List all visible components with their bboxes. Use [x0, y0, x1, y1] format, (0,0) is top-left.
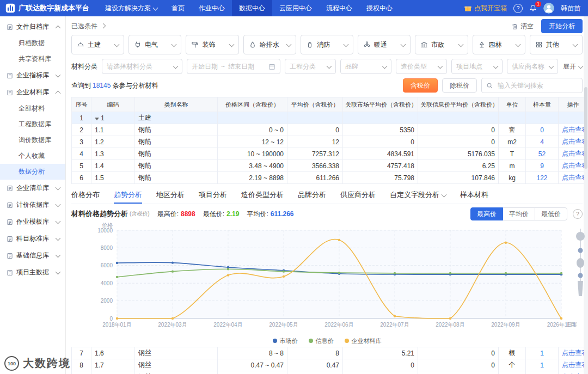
floating-decoration[interactable] — [573, 229, 586, 301]
svg-text:0: 0 — [109, 316, 113, 322]
legend-dot-icon — [309, 339, 313, 343]
category-chip-electrical[interactable]: 电气 — [128, 35, 181, 54]
svg-text:2022年09月: 2022年09月 — [491, 322, 520, 328]
project-location-select[interactable]: 项目地点 — [451, 59, 503, 74]
svg-text:2022年05月: 2022年05月 — [269, 322, 298, 328]
clear-button[interactable]: 清空 — [511, 22, 534, 31]
table-row: 91.8钢丝0 ~ 0000m1点击查看 — [72, 371, 588, 374]
sidebar-item-archive-data[interactable]: 归档数据 — [0, 35, 65, 51]
calendar-icon — [268, 63, 275, 70]
sample-count-link[interactable]: 122 — [536, 174, 547, 182]
sample-count-link[interactable]: 52 — [538, 150, 546, 158]
column-header: 序号 — [72, 97, 91, 112]
search-input[interactable] — [497, 81, 578, 90]
metric-max-button[interactable]: 最高价 — [470, 207, 503, 220]
sidebar-group-file-archive[interactable]: 文件归档库 — [0, 19, 65, 35]
sidebar-item-favorites[interactable]: 个人收藏 — [0, 148, 65, 164]
date-range-picker[interactable]: 开始日期 ~ 结束日期 — [187, 59, 280, 74]
tab-project-analysis[interactable]: 项目分析 — [199, 187, 227, 204]
collapse-caret-icon[interactable] — [95, 118, 99, 120]
category-chip-decoration[interactable]: 装饰 — [186, 35, 238, 54]
help-icon[interactable]: ? — [513, 4, 523, 13]
column-header: 价格区间（含税价） — [218, 97, 287, 112]
scrollbar-thumb[interactable] — [584, 87, 587, 169]
page-scrollbar[interactable] — [584, 16, 588, 374]
search-box[interactable] — [481, 78, 583, 93]
expand-filters-button[interactable]: 展开 — [563, 62, 583, 71]
nav-item-cloud-app-center[interactable]: 云应用中心 — [272, 0, 319, 16]
sample-count-link[interactable]: 0 — [540, 126, 544, 134]
tab-sample-materials[interactable]: 样本材料 — [460, 187, 488, 204]
sample-count-link[interactable]: 4 — [540, 138, 544, 146]
sidebar-group-subject-standard[interactable]: 科目标准库 — [0, 230, 65, 247]
work-template-icon — [7, 219, 13, 225]
legend-item-市场价[interactable]: 市场价 — [273, 337, 298, 345]
nav-item-work-center[interactable]: 作业中心 — [192, 0, 232, 16]
sidebar-group-pricing-basis[interactable]: 计价依据库 — [0, 197, 65, 213]
category-chip-other[interactable]: 其他 — [530, 35, 583, 54]
sidebar-item-shared-library[interactable]: 共享资料库 — [0, 51, 65, 67]
avatar[interactable] — [543, 3, 554, 14]
sidebar-group-enterprise-material[interactable]: 企业材料库 — [0, 84, 65, 101]
treasure-box-button[interactable]: 点我开宝箱 — [464, 4, 507, 13]
nav-item-auth-center[interactable]: 授权中心 — [359, 0, 400, 16]
brand-select[interactable]: 品牌 — [340, 59, 391, 74]
metric-min-button[interactable]: 最低价 — [535, 207, 567, 220]
svg-text:2018年01月: 2018年01月 — [102, 322, 131, 328]
category-chip-landscape[interactable]: 园林 — [473, 35, 525, 54]
metric-avg-button[interactable]: 平均价 — [503, 207, 535, 220]
filter-bar: 材料分类 请选择材料分类 开始日期 ~ 结束日期 工程分类品牌造价类型项目地点供… — [71, 59, 583, 74]
nav-item-data-center[interactable]: 数据中心 — [232, 0, 272, 16]
notification-bell-icon[interactable]: 1 — [529, 4, 537, 12]
chevron-down-icon — [286, 41, 291, 47]
chart-title: 材料价格趋势分析 — [71, 209, 128, 219]
tab-region-analysis[interactable]: 地区分析 — [156, 187, 185, 204]
tab-trend-analysis[interactable]: 趋势分析 — [114, 187, 142, 204]
decoration-icon — [191, 41, 199, 48]
tab-price-distribution[interactable]: 价格分布 — [71, 187, 100, 204]
category-chip-civil[interactable]: 土建 — [71, 35, 124, 54]
nav-item-home[interactable]: 首页 — [164, 0, 192, 16]
sample-count-link[interactable]: 1 — [540, 361, 544, 369]
sample-count-link[interactable]: 9 — [540, 162, 544, 170]
sidebar-item-data-analysis[interactable]: 数据分析 — [0, 164, 65, 180]
tax-included-button[interactable]: 含税价 — [403, 78, 438, 93]
chart-help-icon[interactable]: ? — [573, 209, 583, 219]
legend-item-企业材料库[interactable]: 企业材料库 — [345, 337, 382, 345]
tab-supplier-analysis[interactable]: 供应商分析 — [340, 187, 376, 204]
nav-item-process-center[interactable]: 流程中心 — [319, 0, 359, 16]
sidebar-item-project-db[interactable]: 工程数据库 — [0, 117, 65, 132]
username[interactable]: 韩苗苗 — [561, 4, 580, 13]
start-analysis-button[interactable]: 开始分析 — [541, 19, 583, 33]
tab-custom-field-analysis[interactable]: 自定义字段分析 — [390, 187, 446, 204]
column-header: 编码 — [91, 97, 135, 112]
category-chip-fire[interactable]: 消防 — [301, 35, 353, 54]
category-chip-plumbing[interactable]: 给排水 — [243, 35, 296, 54]
stat-avg: 平均价:611.266 — [247, 210, 293, 219]
sidebar-item-all-materials[interactable]: 全部材料 — [0, 101, 65, 117]
category-chip-municipal[interactable]: 市政 — [415, 35, 468, 54]
sample-count-link[interactable]: 1 — [540, 350, 544, 357]
legend-item-信息价[interactable]: 信息价 — [309, 337, 334, 345]
project-category-select[interactable]: 工程分类 — [285, 59, 336, 74]
sidebar-item-inquiry-db[interactable]: 询价数据库 — [0, 132, 65, 148]
tax-excluded-button[interactable]: 除税价 — [442, 78, 477, 93]
sidebar-group-enterprise-list[interactable]: 企业清单库 — [0, 180, 65, 197]
tab-cost-type-analysis[interactable]: 造价类型分析 — [241, 187, 284, 204]
cost-type-select[interactable]: 造价类型 — [396, 59, 447, 74]
table-row: 61.5钢筋2.19 ~ 8898611.26675.798107.846kg1… — [72, 172, 588, 184]
category-chip-hvac[interactable]: 暖通 — [358, 35, 411, 54]
supplier-name-select[interactable]: 供应商名称 — [507, 59, 558, 74]
breadcrumb[interactable]: 已选条件 — [71, 22, 105, 31]
result-bar: 查询到18145条参与分析材料 含税价 除税价 — [71, 77, 583, 94]
sidebar-group-basic-info[interactable]: 基础信息库 — [0, 247, 65, 264]
sidebar-group-work-template[interactable]: 作业模板库 — [0, 213, 65, 230]
chevron-down-icon — [56, 185, 61, 191]
nav-item-solution[interactable]: 建设方解决方案 — [98, 0, 164, 16]
sidebar-group-project-master[interactable]: 项目主数据 — [0, 264, 65, 281]
material-category-select[interactable]: 请选择材料分类 — [102, 59, 182, 74]
chart-subtitle: (含税价) — [130, 210, 150, 218]
sidebar-group-enterprise-indicator[interactable]: 企业指标库 — [0, 67, 65, 84]
analysis-tabs: 价格分布趋势分析地区分析项目分析造价类型分析品牌分析供应商分析自定义字段分析样本… — [71, 187, 583, 204]
tab-brand-analysis[interactable]: 品牌分析 — [298, 187, 326, 204]
